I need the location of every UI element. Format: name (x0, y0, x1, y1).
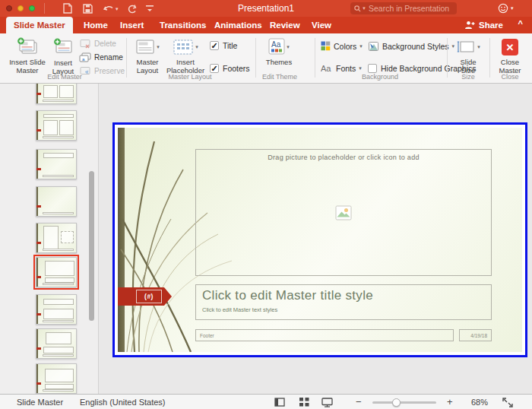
master-title-text: Click to edit Master title style (202, 288, 373, 303)
insert-layout-icon (52, 36, 74, 58)
master-layout-icon (135, 39, 155, 55)
ribbon-tab-bar: Slide Master Home Insert Transitions Ani… (0, 17, 532, 33)
slideshow-icon[interactable] (321, 397, 333, 407)
group-label-edit-theme: Edit Theme (258, 73, 301, 81)
insert-slide-master-button[interactable]: Insert Slide Master (8, 36, 47, 75)
picture-placeholder[interactable]: Drag picture to placeholder or click ico… (195, 149, 492, 276)
rename-icon: a (79, 52, 91, 62)
content-area: Drag picture to placeholder or click ico… (0, 84, 532, 394)
tab-insert[interactable]: Insert (112, 17, 151, 33)
fonts-button[interactable]: Aa Fonts ▾ (321, 64, 362, 73)
search-scope-caret[interactable]: ▼ (362, 6, 366, 11)
tab-animations[interactable]: Animations (207, 17, 270, 33)
search-box[interactable]: ▼ (350, 2, 457, 14)
share-person-icon (464, 21, 476, 30)
themes-icon: Aa (268, 38, 285, 56)
powerpoint-window: ▾ Presentation1 ▼ ▾ Slide Master Home In… (0, 0, 532, 409)
date-placeholder[interactable]: 4/19/18 (459, 329, 492, 341)
slide-layout-thumbnail[interactable] (36, 149, 77, 179)
slide-thumbnail-panel (0, 84, 99, 394)
share-label: Share (479, 21, 503, 30)
slide-layout-thumbnail[interactable] (36, 186, 77, 217)
title-bar: ▾ Presentation1 ▼ ▾ (0, 0, 532, 17)
normal-view-icon[interactable] (274, 397, 286, 407)
tab-transitions[interactable]: Transitions (152, 17, 214, 33)
close-master-button[interactable]: ✕ Close Master (492, 36, 527, 75)
slide-size-button[interactable]: ▾ Slide Size (451, 36, 485, 75)
status-language[interactable]: English (United States) (80, 398, 166, 407)
zoom-out-button[interactable]: − (356, 396, 362, 407)
tab-review[interactable]: Review (262, 17, 308, 33)
insert-placeholder-button[interactable]: ▾ Insert Placeholder (166, 36, 205, 75)
tab-slide-master[interactable]: Slide Master (6, 17, 73, 33)
status-view-label: Slide Master (17, 398, 63, 407)
slide-sorter-icon[interactable] (298, 397, 310, 407)
group-label-background: Background (334, 73, 426, 81)
themes-caret[interactable]: ▾ (287, 44, 290, 50)
slide-layout-thumbnail[interactable] (36, 328, 77, 359)
close-master-icon: ✕ (502, 39, 518, 55)
share-button[interactable]: Share (464, 17, 503, 33)
rename-button[interactable]: a Rename (79, 52, 123, 62)
slide-layout-thumbnail[interactable] (36, 84, 77, 104)
group-label-edit-master: Edit Master (8, 73, 122, 81)
themes-button[interactable]: Aa ▾ Themes (261, 36, 296, 67)
collapse-ribbon-chevron[interactable]: ^ (518, 19, 523, 28)
title-checkbox-label: Title (223, 41, 237, 50)
fonts-icon: Aa (321, 64, 333, 73)
slide-size-icon (456, 39, 476, 55)
group-label-size: Size (450, 73, 486, 81)
search-input[interactable] (369, 4, 471, 13)
slide-canvas: Drag picture to placeholder or click ico… (99, 84, 532, 394)
date-text: 4/19/18 (470, 333, 487, 338)
master-body-text: Click to edit Master text styles (202, 306, 277, 313)
slide-master-layout[interactable]: Drag picture to placeholder or click ico… (118, 128, 522, 352)
search-icon (354, 5, 361, 12)
zoom-slider-knob[interactable] (392, 398, 401, 407)
ribbon-separator (447, 38, 448, 78)
slide-number-placeholder[interactable]: (#) (118, 287, 164, 306)
insert-slide-master-icon (16, 36, 39, 58)
footers-checkbox-row[interactable]: ✓ Footers (210, 64, 250, 73)
picture-placeholder-text: Drag picture to placeholder or click ico… (196, 154, 491, 161)
slide-layout-thumbnail[interactable] (36, 294, 77, 325)
zoom-in-button[interactable]: + (447, 396, 453, 407)
title-checkbox[interactable]: ✓ (210, 41, 219, 50)
slide-layout-thumbnail[interactable] (36, 363, 77, 394)
zoom-percentage[interactable]: 68% (471, 398, 488, 407)
slide-layout-thumbnail[interactable] (36, 110, 77, 141)
insert-layout-button[interactable]: Insert Layout (49, 36, 78, 75)
slide-size-caret[interactable]: ▾ (477, 44, 480, 50)
tab-view[interactable]: View (304, 17, 339, 33)
tab-home[interactable]: Home (76, 17, 116, 33)
background-styles-icon (368, 41, 379, 52)
svg-text:Aa: Aa (271, 40, 281, 49)
zoom-slider[interactable] (372, 401, 436, 404)
footers-checkbox[interactable]: ✓ (210, 64, 219, 73)
colors-button[interactable]: Colors ▾ (321, 41, 363, 51)
group-label-close: Close (492, 73, 527, 81)
slide-layout-thumbnail[interactable] (36, 223, 77, 253)
master-layout-caret[interactable]: ▾ (157, 44, 160, 50)
fonts-caret[interactable]: ▾ (359, 65, 362, 71)
fullscreen-icon[interactable] (502, 397, 514, 407)
slide-selection-frame: Drag picture to placeholder or click ico… (112, 122, 527, 357)
sidebar-scrollbar[interactable] (89, 171, 94, 321)
insert-picture-icon[interactable] (336, 205, 352, 220)
insert-placeholder-caret[interactable]: ▾ (195, 44, 198, 50)
colors-caret[interactable]: ▾ (359, 43, 363, 49)
feedback-caret[interactable]: ▾ (511, 5, 514, 11)
feedback-smiley-icon[interactable]: ▾ (498, 2, 518, 14)
title-placeholder[interactable]: Click to edit Master title style Click t… (195, 284, 492, 320)
delete-icon (79, 39, 91, 49)
slide-number-text: (#) (136, 290, 162, 303)
hide-background-graphics-checkbox[interactable] (368, 64, 377, 73)
ribbon-separator (489, 38, 490, 78)
master-layout-button[interactable]: ▾ Master Layout (131, 36, 164, 75)
ribbon-separator (315, 38, 315, 78)
ribbon: Insert Slide Master Insert Layout Delete… (0, 33, 532, 84)
background-styles-button[interactable]: Background Styles ▾ (368, 41, 454, 52)
title-checkbox-row[interactable]: ✓ Title (210, 41, 237, 50)
slide-layout-thumbnail-selected[interactable] (36, 257, 77, 287)
footer-placeholder[interactable]: Footer (195, 329, 454, 341)
